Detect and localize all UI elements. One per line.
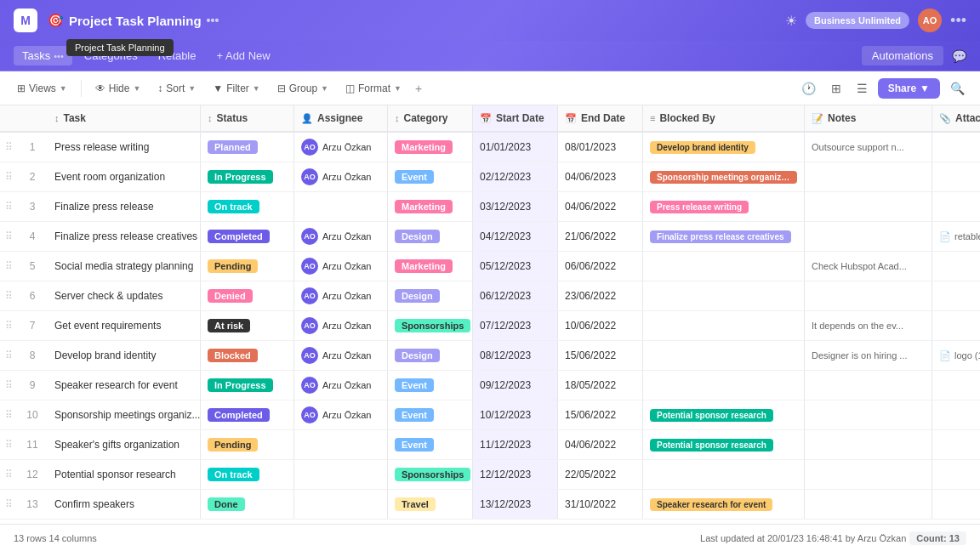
cell-assignee[interactable]: AOArzu Özkan (294, 222, 388, 251)
cell-startdate[interactable]: 07/12/2023 (473, 311, 558, 340)
cell-enddate[interactable]: 23/06/2022 (558, 281, 643, 310)
cell-enddate[interactable]: 08/01/2023 (558, 133, 643, 162)
cell-attachments[interactable] (932, 490, 980, 519)
col-header-status[interactable]: ↕ Status (201, 105, 294, 131)
drag-handle[interactable]: ⠿ (0, 230, 17, 242)
cell-blockedby[interactable]: Potential sponsor research (643, 400, 805, 429)
cell-status[interactable]: At risk (201, 311, 294, 340)
tab-tasks-more[interactable]: ••• (54, 51, 64, 61)
cell-category[interactable]: Sponsorships (388, 460, 473, 489)
cell-status[interactable]: Done (201, 490, 294, 519)
grid-view-button[interactable]: ⊞ (826, 78, 846, 99)
cell-enddate[interactable]: 06/06/2022 (558, 252, 643, 281)
chat-icon[interactable]: 💬 (952, 49, 966, 63)
cell-attachments[interactable] (932, 281, 980, 310)
drag-handle[interactable]: ⠿ (0, 469, 17, 480)
cell-attachments[interactable] (932, 400, 980, 429)
cell-enddate[interactable]: 04/06/2023 (558, 162, 643, 191)
cell-category[interactable]: Design (388, 341, 473, 370)
cell-status[interactable]: Blocked (201, 341, 294, 370)
cell-task[interactable]: Social media strategy planning (48, 252, 201, 281)
cell-attachments[interactable]: 📄retable_opengraph.p (932, 222, 980, 251)
cell-task[interactable]: Server check & updates (48, 281, 201, 310)
cell-notes[interactable]: It depends on the ev... (805, 311, 932, 340)
cell-category[interactable]: Travel (388, 490, 473, 519)
cell-attachments[interactable] (932, 252, 980, 281)
cell-status[interactable]: Pending (201, 252, 294, 281)
drag-handle[interactable]: ⠿ (0, 171, 17, 183)
cell-startdate[interactable]: 06/12/2023 (473, 281, 558, 310)
cell-blockedby[interactable]: Finalize press release creatives (643, 222, 805, 251)
hide-button[interactable]: 👁 Hide ▼ (88, 79, 148, 98)
cell-blockedby[interactable] (643, 311, 805, 340)
cell-attachments[interactable] (932, 460, 980, 489)
business-badge[interactable]: Business Unlimited (806, 12, 909, 29)
cell-status[interactable]: On track (201, 192, 294, 221)
cell-enddate[interactable]: 21/06/2022 (558, 222, 643, 251)
cell-notes[interactable] (805, 460, 932, 489)
cell-startdate[interactable]: 02/12/2023 (473, 162, 558, 191)
cell-assignee[interactable]: AOArzu Özkan (294, 400, 388, 429)
cell-status[interactable]: Denied (201, 281, 294, 310)
cell-category[interactable]: Event (388, 162, 473, 191)
cell-enddate[interactable]: 15/06/2022 (558, 341, 643, 370)
cell-category[interactable]: Marketing (388, 133, 473, 162)
cell-assignee[interactable]: AOArzu Özkan (294, 162, 388, 191)
cell-notes[interactable] (805, 192, 932, 221)
cell-category[interactable]: Event (388, 430, 473, 459)
cell-assignee[interactable]: AOArzu Özkan (294, 371, 388, 400)
automations-button[interactable]: Automations (862, 46, 943, 65)
cell-category[interactable]: Marketing (388, 192, 473, 221)
cell-blockedby[interactable]: Develop brand identity (643, 133, 805, 162)
cell-category[interactable]: Event (388, 371, 473, 400)
cell-notes[interactable] (805, 430, 932, 459)
cell-assignee[interactable]: AOArzu Özkan (294, 252, 388, 281)
cell-category[interactable]: Event (388, 400, 473, 429)
drag-handle[interactable]: ⠿ (0, 320, 17, 332)
cell-notes[interactable] (805, 400, 932, 429)
cell-status[interactable]: Planned (201, 133, 294, 162)
drag-handle[interactable]: ⠿ (0, 409, 17, 421)
drag-handle[interactable]: ⠿ (0, 201, 17, 213)
cell-task[interactable]: Event room organization (48, 162, 201, 191)
col-header-attachments[interactable]: 📎 Attachments (932, 105, 980, 131)
drag-handle[interactable]: ⠿ (0, 141, 17, 153)
cell-startdate[interactable]: 11/12/2023 (473, 430, 558, 459)
layout-button[interactable]: ☰ (852, 78, 873, 99)
cell-assignee[interactable]: AOArzu Özkan (294, 341, 388, 370)
cell-startdate[interactable]: 12/12/2023 (473, 460, 558, 489)
cell-blockedby[interactable]: Press release writing (643, 192, 805, 221)
cell-enddate[interactable]: 04/06/2022 (558, 192, 643, 221)
cell-status[interactable]: Completed (201, 400, 294, 429)
history-button[interactable]: 🕐 (796, 78, 821, 99)
drag-handle[interactable]: ⠿ (0, 260, 17, 272)
cell-notes[interactable] (805, 371, 932, 400)
cell-blockedby[interactable] (643, 371, 805, 400)
cell-attachments[interactable] (932, 371, 980, 400)
cell-enddate[interactable]: 22/05/2022 (558, 460, 643, 489)
cell-assignee[interactable] (294, 430, 388, 459)
group-button[interactable]: ⊟ Group ▼ (271, 79, 335, 98)
col-header-notes[interactable]: 📝 Notes (805, 105, 932, 131)
add-column-button[interactable]: + (412, 78, 425, 99)
cell-attachments[interactable] (932, 162, 980, 191)
cell-task[interactable]: Confirm speakers (48, 490, 201, 519)
cell-enddate[interactable]: 10/06/2022 (558, 311, 643, 340)
tab-tasks[interactable]: Tasks ••• (14, 46, 72, 65)
cell-assignee[interactable] (294, 490, 388, 519)
cell-notes[interactable]: Designer is on hiring ... (805, 341, 932, 370)
views-button[interactable]: ⊞ Views ▼ (10, 79, 74, 98)
drag-handle[interactable]: ⠿ (0, 498, 17, 510)
cell-status[interactable]: In Progress (201, 162, 294, 191)
cell-enddate[interactable]: 04/06/2022 (558, 430, 643, 459)
col-header-category[interactable]: ↕ Category (388, 105, 473, 131)
project-more-dots[interactable]: ••• (207, 14, 219, 27)
cell-assignee[interactable]: AOArzu Özkan (294, 281, 388, 310)
filter-button[interactable]: ▼ Filter ▼ (206, 79, 266, 98)
cell-blockedby[interactable] (643, 252, 805, 281)
cell-blockedby[interactable] (643, 281, 805, 310)
cell-startdate[interactable]: 13/12/2023 (473, 490, 558, 519)
format-button[interactable]: ◫ Format ▼ (339, 79, 408, 98)
cell-attachments[interactable]: 📄logo (1).png (932, 341, 980, 370)
cell-category[interactable]: Marketing (388, 252, 473, 281)
